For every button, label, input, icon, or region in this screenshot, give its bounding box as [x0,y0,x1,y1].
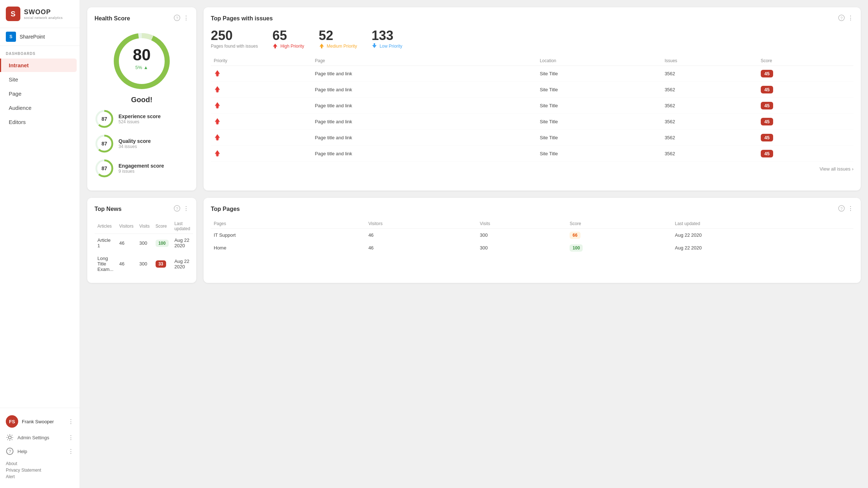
low-priority-icon [371,43,377,49]
news-col-visitors: Visitors [116,219,136,234]
sidebar-item-site[interactable]: Site [3,73,77,86]
table-row: Page title and link Site Title 3562 45 [211,113,853,129]
logo-sub: social network analytics [24,16,63,20]
pages-card-actions: ? ⋮ [838,205,853,213]
issues-card-header: Top Pages with issues ? ⋮ [211,15,853,23]
experience-score-issues: 524 issues [118,119,161,124]
col-page: Page [312,56,537,66]
news-updated-cell: Aug 22 2020 [172,252,193,276]
issue-issues-cell: 3562 [662,113,758,129]
pages-score-cell: 66 [567,229,672,242]
news-visitors-cell: 46 [116,234,136,252]
svg-text:87: 87 [101,141,107,147]
sidebar-item-audience[interactable]: Audience [3,101,77,115]
issue-score-cell: 45 [758,145,853,161]
chevron-right-icon: › [852,166,853,172]
issue-issues-cell: 3562 [662,145,758,161]
alert-link[interactable]: Alert [6,474,74,479]
pages-card-header: Top Pages ? ⋮ [211,205,853,213]
pages-help-button[interactable]: ? [838,205,845,213]
health-more-button[interactable]: ⋮ [183,15,189,23]
issue-location-cell: Site Title [537,97,662,113]
svg-text:87: 87 [101,116,107,122]
pages-card-title: Top Pages [211,206,240,212]
quality-score-item: 87 Quality score 34 issues [95,134,189,153]
gauge-good-text: Good! [131,96,153,104]
news-article-cell: Long Title Exam... [95,252,116,276]
help-item[interactable]: ? Help ⋮ [0,444,80,458]
high-priority-row-icon [214,133,221,141]
issues-table: Priority Page Location Issues Score Page… [211,56,853,162]
table-row: Page title and link Site Title 3562 45 [211,65,853,81]
view-all-issues-button[interactable]: View all issues › [211,166,853,172]
user-menu-button[interactable]: ⋮ [68,418,74,425]
issue-issues-cell: 3562 [662,97,758,113]
pages-col-updated: Last updated [672,219,853,229]
svg-text:80: 80 [133,46,151,64]
pages-label: Pages found with issues [211,44,258,49]
pages-visits-cell: 300 [477,229,567,242]
quality-score-issues: 34 issues [118,144,151,149]
engagement-score-issues: 9 issues [118,169,164,174]
admin-settings-item[interactable]: Admin Settings ⋮ [0,431,80,444]
sidebar-bottom: FS Frank Swooper ⋮ Admin Settings ⋮ ? He… [0,408,80,488]
high-priority-icon [272,43,278,49]
pages-page-cell: Home [211,241,365,254]
quality-ring: 87 [95,134,114,153]
high-label: High Priority [280,44,304,49]
pages-visitors-cell: 46 [365,229,477,242]
news-table: Articles Visitors Visits Score Last upda… [95,219,193,276]
news-score-cell: 100 [153,234,172,252]
admin-settings-label: Admin Settings [17,435,49,440]
svg-text:?: ? [840,207,843,211]
health-card-title: Health Score [95,15,130,22]
news-visits-cell: 300 [136,252,152,276]
pages-more-button[interactable]: ⋮ [848,205,853,213]
health-gauge: 80 5% ▲ [109,28,174,94]
dashboards-label: DASHBOARDS [0,46,80,58]
sidebar-item-page[interactable]: Page [3,87,77,100]
about-link[interactable]: About [6,461,74,466]
user-profile[interactable]: FS Frank Swooper ⋮ [0,412,80,431]
issue-priority-cell [211,129,312,145]
issue-priority-cell [211,97,312,113]
news-article-cell: Article 1 [95,234,116,252]
issue-location-cell: Site Title [537,129,662,145]
sharepoint-app[interactable]: S SharePoint [0,28,80,46]
issues-more-button[interactable]: ⋮ [848,15,853,23]
col-issues: Issues [662,56,758,66]
news-more-button[interactable]: ⋮ [183,205,189,213]
privacy-link[interactable]: Privacy Statement [6,468,74,473]
quality-score-name: Quality score [118,138,151,144]
table-row: Article 1 46 300 100 Aug 22 2020 [95,234,193,252]
low-label: Low Priority [379,44,402,49]
experience-score-item: 87 Experience score 524 issues [95,109,189,129]
table-row: Page title and link Site Title 3562 45 [211,145,853,161]
pages-col-score: Score [567,219,672,229]
sidebar-item-editors[interactable]: Editors [3,115,77,129]
pages-visitors-cell: 46 [365,241,477,254]
gauge-container: 80 5% ▲ [95,28,189,94]
sidebar-links: About Privacy Statement Alert [0,458,80,484]
health-help-button[interactable]: ? [174,15,180,23]
issue-page-cell: Page title and link [312,97,537,113]
news-col-articles: Articles [95,219,116,234]
admin-menu-btn[interactable]: ⋮ [68,434,74,441]
high-priority-row-icon [214,85,221,93]
issue-priority-cell [211,145,312,161]
svg-text:?: ? [176,16,178,20]
issues-help-button[interactable]: ? [838,15,845,23]
issue-page-cell: Page title and link [312,145,537,161]
sidebar-item-intranet[interactable]: Intranet [0,59,77,72]
issue-page-cell: Page title and link [312,129,537,145]
table-row: IT Support 46 300 66 Aug 22 2020 [211,229,853,242]
sidebar: S SWOOP social network analytics S Share… [0,0,80,488]
med-label: Medium Priority [327,44,357,49]
news-card-header: Top News ? ⋮ [95,205,189,213]
news-help-button[interactable]: ? [174,205,180,213]
issue-score-cell: 45 [758,65,853,81]
svg-text:?: ? [840,16,843,20]
top-news-card: Top News ? ⋮ Articles Visitors Visits Sc… [87,198,196,283]
news-card-actions: ? ⋮ [174,205,189,213]
help-menu-btn[interactable]: ⋮ [68,448,74,455]
